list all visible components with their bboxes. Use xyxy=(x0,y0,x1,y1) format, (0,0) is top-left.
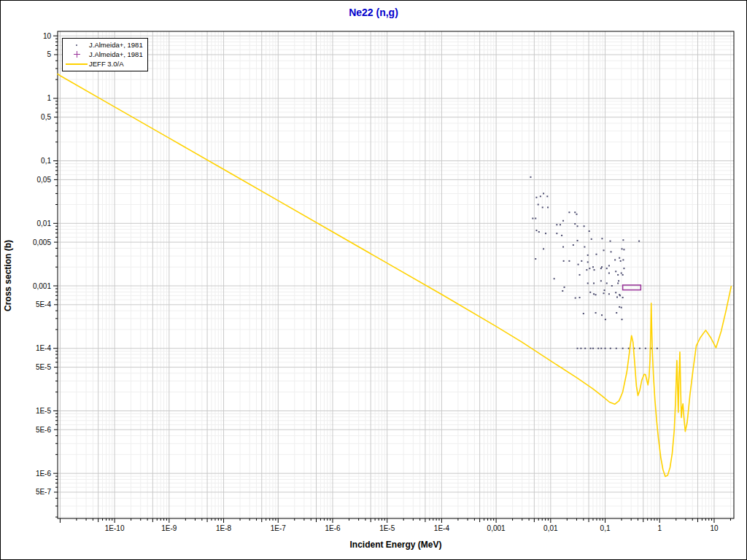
x-tick-label: 1E-4 xyxy=(434,524,450,532)
y-tick-label: 5E-6 xyxy=(36,426,52,434)
scatter-point xyxy=(622,248,623,249)
scatter-point xyxy=(577,225,578,227)
scatter-point xyxy=(619,306,620,308)
scatter-point xyxy=(556,224,557,225)
scatter-point xyxy=(587,261,589,262)
scatter-point xyxy=(616,296,618,298)
scatter-point xyxy=(562,220,564,222)
scatter-point xyxy=(562,290,563,292)
scatter-point xyxy=(608,293,610,295)
scatter-point xyxy=(619,295,621,296)
scatter-point xyxy=(605,348,606,349)
scatter-dot-marker-icon xyxy=(64,44,89,46)
scatter-point xyxy=(601,314,603,316)
scatter-point xyxy=(617,274,619,276)
scatter-point xyxy=(543,248,544,249)
cross-section-plot-figure: Ne22 (n,g) 1E-101E-91E-81E-71E-61E-51E-4… xyxy=(0,0,747,560)
scatter-point xyxy=(535,197,537,198)
scatter-point xyxy=(587,282,589,284)
x-tick-label: 10 xyxy=(710,524,719,532)
scatter-point xyxy=(622,297,624,298)
scatter-point xyxy=(595,294,597,295)
y-tick-label: 1E-4 xyxy=(36,344,52,352)
scatter-point xyxy=(616,312,617,314)
plus-marker-icon xyxy=(64,51,89,58)
scatter-point xyxy=(593,282,595,284)
scatter-point xyxy=(611,251,612,252)
plot-canvas[interactable]: 1E-101E-91E-81E-71E-61E-51E-40,0010,010,… xyxy=(1,1,747,560)
scatter-point xyxy=(657,348,658,349)
scatter-point xyxy=(564,287,565,288)
scatter-point xyxy=(574,211,576,213)
scatter-point xyxy=(616,348,617,349)
scatter-point xyxy=(618,280,619,281)
scatter-point xyxy=(601,266,603,268)
scatter-point xyxy=(532,218,533,219)
scatter-point xyxy=(621,307,622,308)
scatter-point xyxy=(590,348,592,349)
y-tick-label: 0,1 xyxy=(41,157,51,165)
scatter-point xyxy=(554,278,555,279)
line-marker-icon xyxy=(64,63,89,65)
scatter-point xyxy=(594,269,595,271)
x-tick-label: 1E-8 xyxy=(216,524,232,532)
scatter-point xyxy=(604,289,605,291)
scatter-point xyxy=(628,348,630,349)
scatter-point xyxy=(610,348,611,349)
scatter-point xyxy=(535,230,537,231)
scatter-point xyxy=(605,319,606,320)
legend-item: J.Almeida+, 1981 xyxy=(64,40,143,50)
scatter-point xyxy=(600,348,602,349)
y-tick-label: 1E-5 xyxy=(36,407,52,415)
legend-item: J.Almeida+, 1981 xyxy=(64,50,143,59)
scatter-point xyxy=(573,244,574,246)
y-tick-label: 0,05 xyxy=(37,176,52,184)
scatter-point xyxy=(568,260,570,262)
scatter-point xyxy=(563,260,565,262)
scatter-point xyxy=(620,260,622,262)
scatter-point xyxy=(608,265,610,266)
scatter-point xyxy=(576,214,577,215)
x-tick-label: 1E-7 xyxy=(271,524,287,532)
scatter-point xyxy=(560,224,561,225)
scatter-point xyxy=(603,292,605,294)
legend-item: JEFF 3.0/A xyxy=(64,59,143,69)
scatter-point xyxy=(589,292,591,293)
scatter-point xyxy=(597,348,599,349)
scatter-point xyxy=(579,274,581,276)
scatter-point xyxy=(592,348,594,349)
x-tick-label: 0,1 xyxy=(600,524,611,532)
scatter-point xyxy=(547,206,549,208)
scatter-point xyxy=(577,348,578,349)
scatter-point xyxy=(589,268,590,269)
scatter-point xyxy=(608,273,610,274)
scatter-point xyxy=(622,274,624,276)
x-tick-label: 1E-9 xyxy=(161,524,177,532)
scatter-point xyxy=(621,273,622,274)
legend-item-label: JEFF 3.0/A xyxy=(89,60,124,68)
y-tick-label: 5E-5 xyxy=(36,363,52,371)
scatter-point xyxy=(540,195,541,197)
scatter-point xyxy=(556,233,557,234)
scatter-point xyxy=(589,230,590,232)
scatter-point xyxy=(578,264,579,265)
scatter-point xyxy=(587,254,589,256)
scatter-point xyxy=(614,259,616,260)
scatter-point xyxy=(542,206,543,208)
scatter-point xyxy=(601,238,603,239)
scatter-point xyxy=(535,258,536,260)
scatter-point xyxy=(600,268,602,269)
scatter-point xyxy=(595,312,597,314)
scatter-point xyxy=(580,348,581,349)
scatter-point xyxy=(603,249,605,251)
scatter-point xyxy=(568,211,570,213)
scatter-point xyxy=(561,235,562,236)
scatter-point xyxy=(584,225,585,227)
scatter-point xyxy=(593,293,595,295)
scatter-point xyxy=(639,348,640,349)
scatter-point xyxy=(622,259,624,260)
y-tick-label: 0,5 xyxy=(41,113,51,121)
legend-item-label: J.Almeida+, 1981 xyxy=(89,50,143,58)
scatter-point xyxy=(611,285,613,287)
scatter-point xyxy=(596,254,597,255)
